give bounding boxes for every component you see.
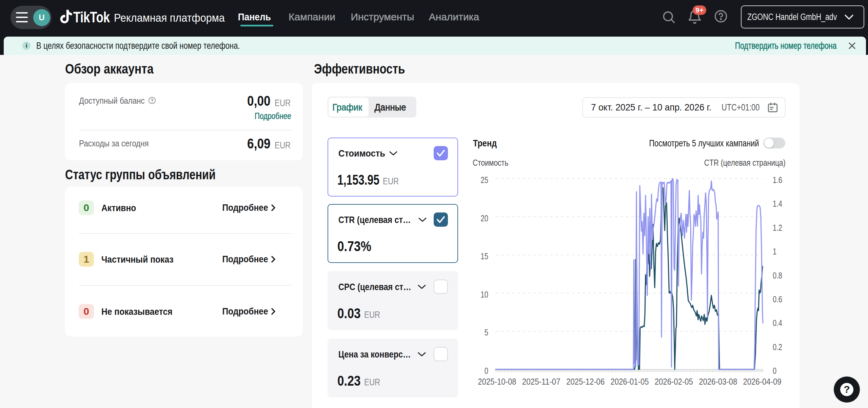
svg-text:2026-03-08: 2026-03-08 bbox=[699, 376, 737, 387]
svg-text:0: 0 bbox=[485, 366, 488, 375]
svg-text:2026-02-05: 2026-02-05 bbox=[655, 376, 693, 387]
svg-text:1.6: 1.6 bbox=[773, 175, 782, 185]
svg-text:25: 25 bbox=[481, 175, 488, 185]
svg-text:1: 1 bbox=[773, 247, 776, 256]
svg-text:2025-11-07: 2025-11-07 bbox=[522, 376, 560, 387]
svg-text:0.6: 0.6 bbox=[773, 294, 782, 304]
svg-text:0.4: 0.4 bbox=[773, 318, 782, 328]
svg-text:2026-01-05: 2026-01-05 bbox=[611, 376, 649, 387]
svg-text:2025-12-06: 2025-12-06 bbox=[566, 376, 605, 387]
svg-text:5: 5 bbox=[485, 328, 488, 337]
svg-text:15: 15 bbox=[481, 251, 488, 261]
svg-text:1.2: 1.2 bbox=[773, 223, 782, 232]
svg-text:2026-04-09: 2026-04-09 bbox=[743, 376, 782, 387]
svg-text:0.8: 0.8 bbox=[773, 271, 782, 280]
svg-text:20: 20 bbox=[481, 213, 488, 223]
svg-text:10: 10 bbox=[481, 290, 488, 299]
svg-text:0.2: 0.2 bbox=[773, 342, 782, 352]
svg-text:1.4: 1.4 bbox=[773, 199, 782, 208]
svg-text:2025-10-08: 2025-10-08 bbox=[478, 376, 516, 387]
svg-text:0: 0 bbox=[773, 366, 776, 375]
